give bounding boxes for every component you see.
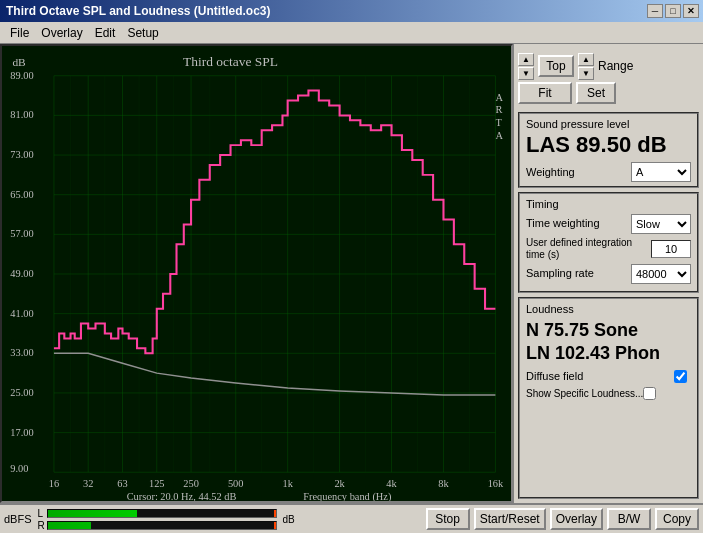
level-meter-r xyxy=(47,521,277,530)
integration-label: User defined integration time (s) xyxy=(526,237,651,261)
spl-section-label: Sound pressure level xyxy=(526,118,691,130)
l-label: L xyxy=(38,508,46,519)
diffuse-field-checkbox[interactable] xyxy=(674,370,687,383)
svg-text:2k: 2k xyxy=(334,478,345,489)
svg-text:T: T xyxy=(495,118,502,129)
overlay-button[interactable]: Overlay xyxy=(550,508,603,530)
bottom-bar: dBFS L R dB Stop Start/Reset Overlay B/W… xyxy=(0,503,703,533)
time-weighting-label: Time weighting xyxy=(526,217,631,230)
window-title: Third Octave SPL and Loudness (Untitled.… xyxy=(6,4,270,18)
diffuse-field-label: Diffuse field xyxy=(526,370,674,382)
top-button[interactable]: Top xyxy=(538,55,574,77)
integration-row: User defined integration time (s) xyxy=(526,237,691,261)
sampling-rate-row: Sampling rate 48000 44100 96000 xyxy=(526,264,691,284)
show-specific-label: Show Specific Loudness... xyxy=(526,388,643,399)
svg-text:32: 32 xyxy=(83,478,93,489)
sampling-rate-dropdown[interactable]: 48000 44100 96000 xyxy=(631,264,691,284)
svg-text:89.00: 89.00 xyxy=(10,70,33,81)
top-down-arrow[interactable]: ▼ xyxy=(518,67,534,80)
start-reset-button[interactable]: Start/Reset xyxy=(474,508,546,530)
stop-button[interactable]: Stop xyxy=(426,508,470,530)
time-weighting-dropdown[interactable]: Fast Slow Impulse xyxy=(631,214,691,234)
title-bar-buttons: ─ □ ✕ xyxy=(647,4,699,18)
svg-text:250: 250 xyxy=(183,478,199,489)
svg-text:65.00: 65.00 xyxy=(10,189,33,200)
range-arrow-group: ▲ ▼ xyxy=(578,53,594,80)
menu-overlay[interactable]: Overlay xyxy=(35,24,88,42)
svg-text:A: A xyxy=(495,130,503,141)
spl-section: Sound pressure level LAS 89.50 dB Weight… xyxy=(518,112,699,188)
menu-edit[interactable]: Edit xyxy=(89,24,122,42)
svg-text:4k: 4k xyxy=(386,478,397,489)
fit-button[interactable]: Fit xyxy=(518,82,572,104)
copy-button[interactable]: Copy xyxy=(655,508,699,530)
right-panel: ▲ ▼ Top ▲ ▼ Range Fit Set Sound pressure… xyxy=(513,44,703,503)
svg-text:125: 125 xyxy=(149,478,165,489)
svg-text:16k: 16k xyxy=(488,478,505,489)
spl-weighting-row: Weighting A B C Z xyxy=(526,162,691,182)
menu-setup[interactable]: Setup xyxy=(121,24,164,42)
svg-text:Third octave SPL: Third octave SPL xyxy=(183,54,278,69)
spl-value: LAS 89.50 dB xyxy=(526,132,691,158)
main-content: dB Third octave SPL A R T A 89.00 81.00 … xyxy=(0,44,703,503)
show-specific-checkbox[interactable] xyxy=(643,387,656,400)
close-button[interactable]: ✕ xyxy=(683,4,699,18)
chart-area: dB Third octave SPL A R T A 89.00 81.00 … xyxy=(0,44,513,503)
set-button[interactable]: Set xyxy=(576,82,616,104)
top-arrow-group: ▲ ▼ xyxy=(518,53,534,80)
level-meters: L R xyxy=(38,508,277,531)
r-label: R xyxy=(38,520,46,531)
menu-file[interactable]: File xyxy=(4,24,35,42)
svg-text:A: A xyxy=(495,92,503,103)
svg-text:49.00: 49.00 xyxy=(10,268,33,279)
svg-text:25.00: 25.00 xyxy=(10,387,33,398)
svg-text:17.00: 17.00 xyxy=(10,427,33,438)
svg-text:81.00: 81.00 xyxy=(10,110,33,121)
svg-text:33.00: 33.00 xyxy=(10,347,33,358)
level-meter-r-row: R xyxy=(38,520,277,531)
sampling-rate-label: Sampling rate xyxy=(526,267,631,280)
svg-text:63: 63 xyxy=(117,478,127,489)
minimize-button[interactable]: ─ xyxy=(647,4,663,18)
chart-svg: dB Third octave SPL A R T A 89.00 81.00 … xyxy=(2,46,511,501)
title-bar: Third Octave SPL and Loudness (Untitled.… xyxy=(0,0,703,22)
svg-text:57.00: 57.00 xyxy=(10,229,33,240)
timing-section: Timing Time weighting Fast Slow Impulse … xyxy=(518,192,699,293)
maximize-button[interactable]: □ xyxy=(665,4,681,18)
svg-text:73.00: 73.00 xyxy=(10,149,33,160)
bw-button[interactable]: B/W xyxy=(607,508,651,530)
svg-text:Cursor:  20.0 Hz, 44.52 dB: Cursor: 20.0 Hz, 44.52 dB xyxy=(127,491,237,501)
svg-text:1k: 1k xyxy=(282,478,293,489)
range-down-arrow[interactable]: ▼ xyxy=(578,67,594,80)
top-up-arrow[interactable]: ▲ xyxy=(518,53,534,66)
svg-text:Frequency band (Hz): Frequency band (Hz) xyxy=(303,491,391,501)
menu-bar: File Overlay Edit Setup xyxy=(0,22,703,44)
top-controls: ▲ ▼ Top ▲ ▼ Range xyxy=(518,48,699,84)
range-label: Range xyxy=(598,59,633,73)
svg-text:9.00: 9.00 xyxy=(10,463,28,474)
svg-text:dB: dB xyxy=(12,56,25,68)
svg-text:41.00: 41.00 xyxy=(10,308,33,319)
level-meter-l xyxy=(47,509,277,518)
svg-text:500: 500 xyxy=(228,478,244,489)
show-specific-row: Show Specific Loudness... xyxy=(526,387,691,400)
integration-input[interactable] xyxy=(651,240,691,258)
time-weighting-row: Time weighting Fast Slow Impulse xyxy=(526,214,691,234)
svg-text:8k: 8k xyxy=(438,478,449,489)
loudness-section: Loudness N 75.75 Sone LN 102.43 Phon Dif… xyxy=(518,297,699,499)
range-up-arrow[interactable]: ▲ xyxy=(578,53,594,66)
db-unit-label: dB xyxy=(283,514,295,525)
weighting-label: Weighting xyxy=(526,166,631,178)
level-meter-l-row: L xyxy=(38,508,277,519)
diffuse-field-row: Diffuse field xyxy=(526,370,691,383)
timing-label: Timing xyxy=(526,198,691,210)
svg-text:16: 16 xyxy=(49,478,59,489)
weighting-dropdown[interactable]: A B C Z xyxy=(631,162,691,182)
loudness-value-2: LN 102.43 Phon xyxy=(526,342,691,365)
loudness-value-1: N 75.75 Sone xyxy=(526,319,691,342)
loudness-label: Loudness xyxy=(526,303,691,315)
svg-text:R: R xyxy=(495,105,502,116)
dbfs-label: dBFS xyxy=(4,513,32,525)
